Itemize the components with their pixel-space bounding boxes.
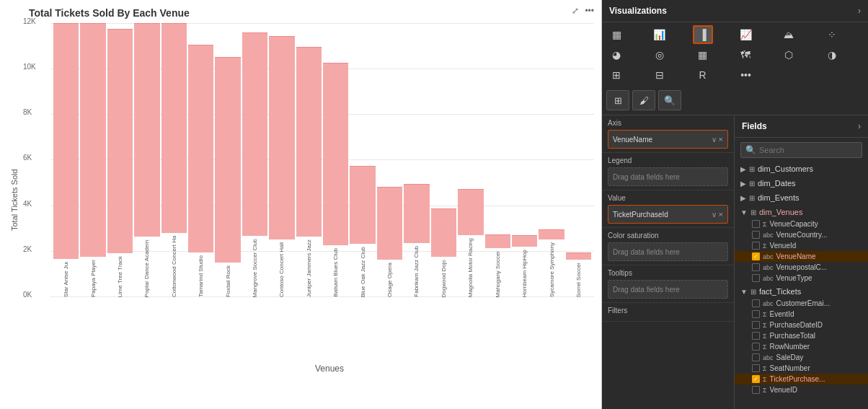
bar-item[interactable]: Juniper Jammers Jazz (296, 23, 322, 297)
field-item[interactable]: Σ VenueID (735, 384, 868, 395)
bar-label: Mangrove Soccer Club (252, 239, 258, 297)
vis-more[interactable]: ••• (735, 66, 756, 84)
bar-item[interactable]: Fabrikam Jazz Club (404, 23, 429, 297)
vis-map[interactable]: 🗺 (735, 45, 756, 64)
value-field-box[interactable]: TicketPurchaseId ∨ × (608, 205, 728, 224)
bar-item[interactable]: Mangrove Soccer Club (242, 23, 267, 297)
field-group-header[interactable]: ▶ ⊞ dim_Customers (735, 162, 868, 175)
bar-item[interactable]: Sorrel Soccer (566, 23, 591, 297)
field-item[interactable]: ✓ Σ TicketPurchase... (735, 374, 868, 384)
more-icon[interactable]: ••• (583, 4, 595, 17)
vis-fields-tool[interactable]: ⊞ (606, 90, 629, 110)
bar-label: Poplar Dance Academy (143, 239, 150, 297)
field-item[interactable]: abc CustomerEmai... (735, 298, 868, 309)
field-group: ▼ ⊞ dim_Venues Σ VenueCapacity abc Venue… (735, 206, 868, 283)
field-name: PurchaseDateID (770, 321, 823, 329)
tooltips-section: Tooltips Drag data fields here (602, 265, 734, 303)
bar (404, 184, 429, 243)
fields-list: ▶ ⊞ dim_Customers ▶ ⊞ dim_Dates ▶ ⊞ dim_… (735, 162, 868, 395)
field-item[interactable]: abc SaleDay (735, 352, 868, 363)
bar-item[interactable]: Osage Opera (377, 23, 402, 297)
field-name: VenueId (770, 242, 797, 250)
field-type-icon: Σ (763, 333, 767, 340)
bar (269, 36, 294, 239)
vis-custom[interactable]: R (693, 66, 713, 84)
field-item[interactable]: Σ RowNumber (735, 341, 868, 352)
vis-line-chart[interactable]: 📈 (735, 25, 756, 44)
bar-item[interactable]: Foxtail Rock (215, 23, 240, 297)
field-item[interactable]: abc VenuepostalC... (735, 262, 868, 273)
bar-item[interactable]: Cottonwood Concert Hall (161, 23, 187, 297)
field-item[interactable]: ✓ abc VenueName (735, 251, 868, 262)
vis-format-tool[interactable]: 🖌 (632, 90, 655, 110)
field-group-icon: ⊞ (749, 180, 755, 188)
field-item[interactable]: abc VenueCountry... (735, 229, 868, 240)
bar-item[interactable]: Dogwood Dojo (431, 23, 456, 297)
bar-item[interactable]: Lime Tree Track (107, 23, 133, 297)
field-name: SeatNumber (770, 364, 810, 372)
bar-item[interactable]: Magnolia Motor Racing (458, 23, 483, 297)
bar-item[interactable]: Star Anise Judo (53, 23, 79, 297)
vis-area-chart[interactable]: ⛰ (779, 25, 799, 44)
viz-config: Axis VenueName ∨ × Legend Drag data fiel… (602, 115, 735, 409)
vis-pie[interactable]: ◕ (606, 45, 626, 64)
bar-item[interactable]: Blue Oak Jazz Club (350, 23, 375, 297)
bar-item[interactable]: Contoso Concert Hall (269, 23, 294, 297)
bar (377, 187, 402, 260)
field-group-header[interactable]: ▶ ⊞ dim_Dates (735, 177, 868, 190)
field-item[interactable]: Σ SeatNumber (735, 363, 868, 374)
vis-donut[interactable]: ◎ (650, 45, 670, 64)
field-item[interactable]: Σ PurchaseDateID (735, 320, 868, 330)
vis-expand-btn[interactable]: › (858, 6, 861, 16)
vis-icons-grid: ▦ 📊 ▐ 📈 ⛰ ⁘ ◕ ◎ ▦ 🗺 ⬡ ◑ ⊞ ⊟ R ••• (602, 22, 868, 87)
field-name: VenueType (776, 274, 812, 282)
axis-field-box[interactable]: VenueName ∨ × (608, 130, 728, 149)
field-group-header[interactable]: ▶ ⊞ dim_Events (735, 191, 868, 204)
field-name: EventId (770, 310, 794, 318)
vis-stacked-bar[interactable]: ▦ (606, 25, 626, 44)
vis-bar-chart[interactable]: 📊 (650, 25, 670, 44)
field-group: ▶ ⊞ dim_Customers (735, 162, 868, 175)
bar-item[interactable]: Papaya Players (80, 23, 105, 297)
bar-label: Contoso Concert Hall (278, 242, 285, 297)
bar-item[interactable]: Balsam Blues Club (323, 23, 348, 297)
expand-icon[interactable]: ⤢ (570, 4, 580, 17)
field-type-icon: Σ (763, 365, 767, 372)
search-box[interactable]: 🔍 (740, 142, 862, 158)
bar-item[interactable]: Mahogany Soccer (485, 23, 510, 297)
vis-matrix[interactable]: ⊟ (650, 66, 670, 84)
field-item[interactable]: abc VenueType (735, 273, 868, 283)
field-item[interactable]: Σ VenueId (735, 240, 868, 251)
fields-expand-btn[interactable]: › (858, 121, 861, 131)
field-item[interactable]: Σ EventId (735, 309, 868, 320)
value-remove[interactable]: × (719, 210, 723, 219)
vis-scatter[interactable]: ⁘ (822, 25, 842, 44)
search-input[interactable] (759, 146, 857, 154)
axis-remove[interactable]: × (719, 135, 723, 144)
vis-panel: Visualizations › ▦ 📊 ▐ 📈 ⛰ ⁘ ◕ ◎ ▦ 🗺 ⬡ ◑… (602, 0, 868, 115)
fields-title: Fields (742, 121, 767, 131)
field-type-icon: abc (763, 253, 774, 260)
field-group-arrow: ▼ (740, 288, 748, 296)
vis-table[interactable]: ⊞ (606, 66, 626, 84)
bar-item[interactable]: Poplar Dance Academy (134, 23, 159, 297)
field-group-name: dim_Venues (759, 208, 803, 216)
search-icon: 🔍 (745, 145, 756, 155)
bar-item[interactable]: Hornbeam HipHop (512, 23, 537, 297)
vis-gauge[interactable]: ◑ (822, 45, 842, 64)
bar-item[interactable]: Tamarind Studio (188, 23, 213, 297)
field-item[interactable]: Σ VenueCapacity (735, 219, 868, 229)
vis-clustered-bar[interactable]: ▐ (693, 25, 713, 44)
chart-title: Total Tickets Sold By Each Venue (29, 7, 594, 19)
field-group-header[interactable]: ▼ ⊞ fact_Tickets (735, 285, 868, 298)
field-group-arrow: ▶ (740, 165, 746, 173)
field-group-header[interactable]: ▼ ⊞ dim_Venues (735, 206, 868, 219)
vis-funnel[interactable]: ⬡ (779, 45, 799, 64)
axis-chevron[interactable]: ∨ (712, 136, 717, 144)
bar-item[interactable]: Sycamore Symphony (539, 23, 564, 297)
value-chevron[interactable]: ∨ (712, 211, 717, 219)
field-type-icon: Σ (763, 221, 767, 228)
vis-analytics-tool[interactable]: 🔍 (658, 90, 681, 110)
vis-treemap[interactable]: ▦ (693, 45, 713, 64)
field-item[interactable]: Σ PurchaseTotal (735, 330, 868, 341)
